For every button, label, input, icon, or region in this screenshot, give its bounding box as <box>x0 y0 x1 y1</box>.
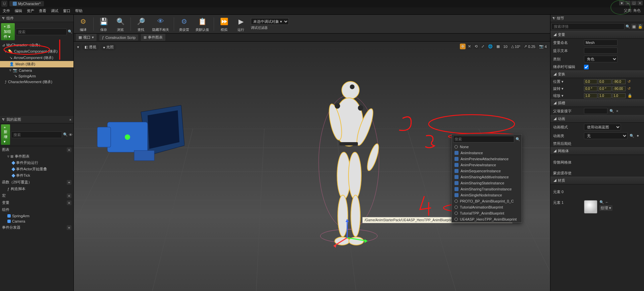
clear-icon[interactable]: × <box>616 109 618 113</box>
mesh-section[interactable]: ◢ 网格体 <box>550 147 644 155</box>
add-icon[interactable]: + <box>67 200 71 205</box>
menu-debug[interactable]: 调试 <box>51 8 58 13</box>
location-label[interactable]: 位置 ▾ <box>553 79 582 84</box>
myblueprint-header[interactable]: ⧨我的蓝图× <box>0 116 73 123</box>
myblueprint-search-input[interactable] <box>11 131 62 138</box>
search-icon[interactable]: 🔍 <box>609 109 614 113</box>
components-panel-header[interactable]: ⧨组件 <box>0 15 73 22</box>
search-icon[interactable]: 🔍 <box>63 132 68 137</box>
add-component-button[interactable]: + 添加组件 ▾ <box>1 23 15 40</box>
add-icon[interactable]: + <box>67 148 71 152</box>
lock-icon[interactable]: 🔓 <box>638 24 643 29</box>
scale-label[interactable]: 缩放 ▾ <box>553 93 582 98</box>
grid-snap-value[interactable]: 10 <box>502 44 509 49</box>
anim-section[interactable]: ◢ 动画 <box>550 115 644 123</box>
var-springarm[interactable]: SpringArm <box>0 213 73 219</box>
perspective-button[interactable]: ◧透视 <box>82 44 99 51</box>
tree-camera[interactable]: ▿📷Camera <box>0 67 73 73</box>
browse-button[interactable]: 🔍浏览 <box>114 15 127 33</box>
dropdown-search-input[interactable] <box>453 136 514 142</box>
menu-window[interactable]: 窗口 <box>63 8 70 13</box>
angle-snap-icon[interactable]: △ 10° <box>510 44 522 49</box>
rot-y[interactable] <box>598 86 611 91</box>
lit-button[interactable]: ●光照 <box>100 44 116 51</box>
parent-class-label[interactable]: 父类: 角色 <box>624 8 641 13</box>
browse-icon[interactable]: 🔍 ← <box>599 200 612 205</box>
details-search-input[interactable] <box>551 23 625 30</box>
property-matrix-icon[interactable]: ▦ <box>631 24 637 29</box>
dd-item-sharingadditive[interactable]: AnimSharingAdditiveInstance <box>452 174 522 180</box>
lock-scale-icon[interactable]: 🔒 <box>628 94 632 98</box>
add-new-button[interactable]: + 新增 ▾ <box>1 124 10 145</box>
surface-snap-icon[interactable]: ▦ <box>495 44 501 49</box>
dd-item-ue4asp[interactable]: UE4ASP_HeroTPP_AnimBlueprint <box>452 216 522 222</box>
menu-file[interactable]: 文件 <box>3 8 10 13</box>
world-local-icon[interactable]: 🌐 <box>487 44 494 49</box>
menu-asset[interactable]: 资产 <box>27 8 34 13</box>
var-name-field[interactable] <box>584 40 618 46</box>
eye-icon[interactable]: 👁 <box>69 132 72 137</box>
variable-section[interactable]: ◢ 变量 <box>550 31 644 39</box>
beginplay-item[interactable]: 事件开始运行 <box>0 160 73 166</box>
transform-section[interactable]: ◢ 变换 <box>550 70 644 78</box>
dispatchers-header[interactable]: 事件分发器+ <box>0 224 73 231</box>
find-button[interactable]: 🔎查找 <box>134 15 148 33</box>
vp-dropdown-button[interactable]: ▾ <box>76 44 80 51</box>
scale-z[interactable] <box>612 93 626 98</box>
class-defaults-button[interactable]: 📋类默认值 <box>194 15 210 33</box>
category-select[interactable]: 角色 <box>584 56 618 62</box>
dd-item-singlenode[interactable]: AnimSingleNodeInstance <box>452 192 522 198</box>
search-icon[interactable]: 🔍 <box>630 134 634 138</box>
tooltip-field[interactable] <box>584 48 618 54</box>
var-camera[interactable]: Camera <box>0 219 73 224</box>
minimize-button[interactable]: – <box>625 1 631 5</box>
loc-x[interactable] <box>584 79 597 84</box>
translate-mode-icon[interactable]: ⤧ <box>467 44 472 49</box>
add-icon[interactable]: + <box>67 225 71 230</box>
dd-item-sequencer[interactable]: AnimSequencerInstance <box>452 168 522 174</box>
socket-section[interactable]: ◢ 插槽 <box>550 99 644 107</box>
dd-item-tutorialtpp[interactable]: TutorialTPP_AnimBlueprint <box>452 210 522 216</box>
search-icon[interactable]: 🔍 <box>626 24 630 29</box>
camera-speed-icon[interactable]: 📷 4 <box>538 44 548 49</box>
overlap-item[interactable]: 事件Actor开始重叠 <box>0 166 73 172</box>
rotation-label[interactable]: 旋转 ▾ <box>553 86 582 91</box>
construction-tab[interactable]: ƒConstruction Scrip <box>99 35 138 41</box>
class-settings-button[interactable]: ⚙类设置 <box>177 15 191 33</box>
tick-item[interactable]: 事件Tick <box>0 172 73 179</box>
search-icon[interactable]: 🔍 <box>68 29 72 35</box>
tree-mesh[interactable]: 👤Mesh (继承) <box>0 61 73 67</box>
eventgraph-tab[interactable]: ⊞事件图表 <box>141 34 165 41</box>
graphs-header[interactable]: 图表+ <box>0 146 73 153</box>
dd-item-preview[interactable]: AnimPreviewInstance <box>452 162 522 168</box>
loc-z[interactable] <box>612 79 626 84</box>
save-button[interactable]: 💾保存 <box>97 15 110 33</box>
anim-class-select[interactable]: 无 <box>584 132 628 139</box>
components-header[interactable]: 组件 <box>0 206 73 213</box>
parent-socket-field[interactable] <box>584 108 607 114</box>
play-button[interactable]: ▶运行 <box>234 15 248 33</box>
hide-unrelated-button[interactable]: 👁隐藏不相关 <box>151 15 170 33</box>
arrow-down-icon[interactable]: ▾ <box>619 1 625 5</box>
details-header[interactable]: ⧨细节 <box>550 15 644 22</box>
simulate-button[interactable]: ⏩模拟 <box>217 15 231 33</box>
new-icon[interactable]: ✦ <box>636 134 639 138</box>
dd-item-previewattache[interactable]: AnimPreviewAttacheInstance <box>452 156 522 162</box>
rot-z[interactable] <box>612 86 626 91</box>
add-icon[interactable]: + <box>67 193 71 198</box>
variables-header[interactable]: 变量+ <box>0 199 73 206</box>
dd-item-proto[interactable]: PROTO_BP_AnimBlueprint_0_C <box>452 198 522 204</box>
reset-icon[interactable]: ↺ <box>628 79 631 84</box>
menu-help[interactable]: 帮助 <box>75 8 83 13</box>
tree-springarm[interactable]: ↘SpringArm <box>0 73 73 79</box>
maximize-button[interactable]: □ <box>631 1 637 5</box>
menu-edit[interactable]: 编辑 <box>15 8 22 13</box>
select-mode-icon[interactable]: ✥ <box>460 44 466 49</box>
asset-tab[interactable]: MyCharacter* <box>9 1 44 6</box>
anim-mode-select[interactable]: 使用动画蓝图 <box>584 124 621 130</box>
texture-button[interactable]: 纹理 ▾ <box>599 205 612 211</box>
scale-mode-icon[interactable]: ⤢ <box>480 44 486 49</box>
compile-button[interactable]: ⚙编译 <box>76 15 90 33</box>
loc-y[interactable] <box>598 79 611 84</box>
tree-arrow[interactable]: ↘ArrowComponent (继承) <box>0 55 73 61</box>
